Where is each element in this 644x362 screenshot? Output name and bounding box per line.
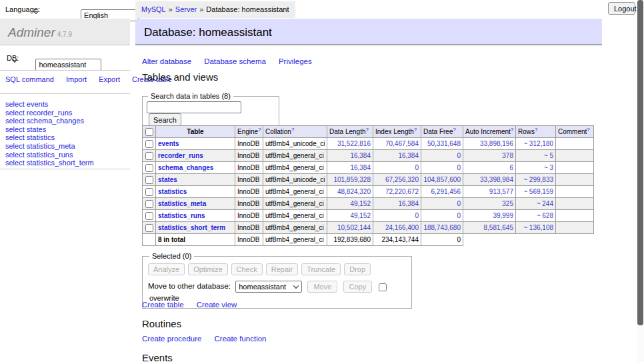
- move-db-select[interactable]: homeassistant: [235, 281, 302, 293]
- main-content: MySQL»Server»Database: homeassistant Dat…: [135, 0, 602, 362]
- sidebar-action-export[interactable]: Export: [99, 75, 120, 83]
- cell-data-free: 6,291,456: [421, 186, 463, 198]
- cell-collation: utf8mb4_unicode_ci: [263, 174, 327, 186]
- help-link[interactable]: ?: [258, 127, 261, 133]
- row-checkbox[interactable]: [145, 212, 153, 220]
- cell-rows: ~ 5: [516, 150, 556, 162]
- search-input[interactable]: [147, 101, 241, 113]
- search-button[interactable]: Search: [149, 113, 181, 126]
- create-procedure-link[interactable]: Create procedure: [142, 335, 202, 343]
- cell-engine: InnoDB: [235, 210, 263, 222]
- analyze-button[interactable]: Analyze: [148, 263, 185, 275]
- table-name-link[interactable]: statistics_short_term: [158, 224, 225, 231]
- cell-rows: ~ 312,180: [516, 138, 556, 150]
- db-label: DB:: [7, 54, 19, 62]
- table-name-link[interactable]: schema_changes: [158, 164, 213, 171]
- truncate-button[interactable]: Truncate: [301, 263, 341, 275]
- sidebar-action-import[interactable]: Import: [66, 75, 87, 83]
- cell-index-length: 0: [373, 210, 421, 222]
- help-link[interactable]: ?: [414, 127, 417, 133]
- cell-data-free: 50,331,648: [421, 138, 463, 150]
- breadcrumb-separator: »: [199, 5, 203, 13]
- sidebar-select-statistics-short-term-link[interactable]: select statistics_short_term: [5, 159, 94, 167]
- cell-auto-increment: 8,581,645: [463, 222, 516, 234]
- table-row: schema_changesInnoDButf8mb4_general_ci16…: [143, 162, 594, 174]
- check-button[interactable]: Check: [231, 263, 263, 275]
- column-header-label: Engine: [237, 128, 258, 135]
- breadcrumb-link-mysql[interactable]: MySQL: [141, 5, 166, 13]
- cell-data-free: 0: [421, 150, 463, 162]
- cell-data-length: 16,384: [327, 162, 373, 174]
- row-checkbox[interactable]: [145, 152, 153, 160]
- table-row: eventsInnoDButf8mb4_unicode_ci31,522,816…: [143, 138, 594, 150]
- help-link[interactable]: ?: [453, 127, 455, 133]
- logout-button[interactable]: Logout: [608, 2, 635, 15]
- move-row: Move to other database: homeassistant Mo…: [148, 281, 406, 302]
- cell-comment: [556, 174, 594, 186]
- row-checkbox[interactable]: [145, 176, 153, 184]
- help-link[interactable]: ?: [366, 127, 369, 133]
- sidebar-select-states-link[interactable]: select states: [5, 125, 94, 134]
- select-all-cell: [143, 126, 156, 138]
- row-checkbox[interactable]: [145, 164, 153, 172]
- help-link[interactable]: ?: [511, 127, 513, 133]
- help-link[interactable]: ?: [535, 127, 537, 133]
- row-checkbox[interactable]: [145, 188, 153, 196]
- row-checkbox[interactable]: [145, 140, 153, 148]
- cell-data-length: 101,859,328: [327, 174, 373, 186]
- column-header-comment: Comment?: [556, 126, 594, 138]
- nav-link-privileges[interactable]: Privileges: [279, 57, 312, 65]
- breadcrumb-link-server[interactable]: Server: [175, 5, 197, 13]
- sidebar-select-statistics-link[interactable]: select statistics: [5, 133, 94, 142]
- create-table-link[interactable]: Create table: [142, 301, 184, 309]
- row-select-cell: [143, 138, 156, 150]
- scrollbar[interactable]: [637, 0, 644, 362]
- repair-button[interactable]: Repair: [266, 263, 298, 275]
- selected-legend: Selected (0): [149, 252, 194, 260]
- help-link[interactable]: ?: [587, 127, 589, 133]
- table-name-link[interactable]: events: [158, 140, 179, 147]
- cell-collation: utf8mb4_general_ci: [263, 210, 327, 222]
- select-all-checkbox[interactable]: [145, 128, 153, 136]
- row-checkbox[interactable]: [145, 224, 153, 232]
- sidebar-select-statistics-runs-link[interactable]: select statistics_runs: [5, 151, 94, 159]
- table-name-link[interactable]: statistics_meta: [158, 200, 206, 207]
- table-name-link[interactable]: recorder_runs: [158, 152, 203, 159]
- total-collation: utf8mb4_general_ci: [263, 234, 327, 246]
- db-select[interactable]: homeassistant: [35, 59, 101, 71]
- create-view-link[interactable]: Create view: [197, 301, 237, 309]
- table-name-link[interactable]: statistics: [158, 188, 187, 195]
- optimize-button[interactable]: Optimize: [188, 263, 227, 275]
- sidebar-select-events-link[interactable]: select events: [5, 100, 94, 109]
- nav-link-alter-database[interactable]: Alter database: [142, 57, 191, 65]
- table-name-link[interactable]: statistics_runs: [158, 212, 205, 219]
- scrollbar-thumb[interactable]: [637, 0, 643, 325]
- move-button[interactable]: Move: [307, 281, 337, 293]
- total-data-free: 0: [421, 234, 463, 246]
- cell-engine: InnoDB: [235, 198, 263, 210]
- cell-index-length: 72,220,672: [373, 186, 421, 198]
- sidebar-select-recorder-runs-link[interactable]: select recorder_runs: [5, 109, 94, 117]
- routine-links: Create procedureCreate function: [142, 335, 279, 343]
- cell-auto-increment: 378: [463, 150, 516, 162]
- overwrite-checkbox[interactable]: [379, 283, 387, 291]
- sidebar-select-statistics-meta-link[interactable]: select statistics_meta: [5, 142, 94, 151]
- table-name-link[interactable]: states: [158, 176, 177, 183]
- sidebar-action-sql-command[interactable]: SQL command: [5, 75, 54, 83]
- help-link[interactable]: ?: [291, 127, 294, 133]
- cell-comment: [556, 150, 594, 162]
- row-select-cell: [143, 222, 156, 234]
- sidebar-select-schema-changes-link[interactable]: select schema_changes: [5, 117, 94, 125]
- column-header-collation: Collation?: [263, 126, 327, 138]
- row-select-cell: [143, 150, 156, 162]
- create-function-link[interactable]: Create function: [215, 335, 267, 343]
- tables-table: TableEngine?Collation?Data Length?Index …: [142, 125, 594, 246]
- total-engine: InnoDB: [235, 234, 263, 246]
- nav-link-database-schema[interactable]: Database schema: [204, 57, 266, 65]
- row-checkbox[interactable]: [145, 200, 153, 208]
- row-select-cell: [143, 162, 156, 174]
- cell-rows: ~ 136,108: [516, 222, 556, 234]
- column-header-label: Rows: [518, 128, 535, 135]
- copy-button[interactable]: Copy: [343, 281, 373, 293]
- drop-button[interactable]: Drop: [344, 263, 371, 275]
